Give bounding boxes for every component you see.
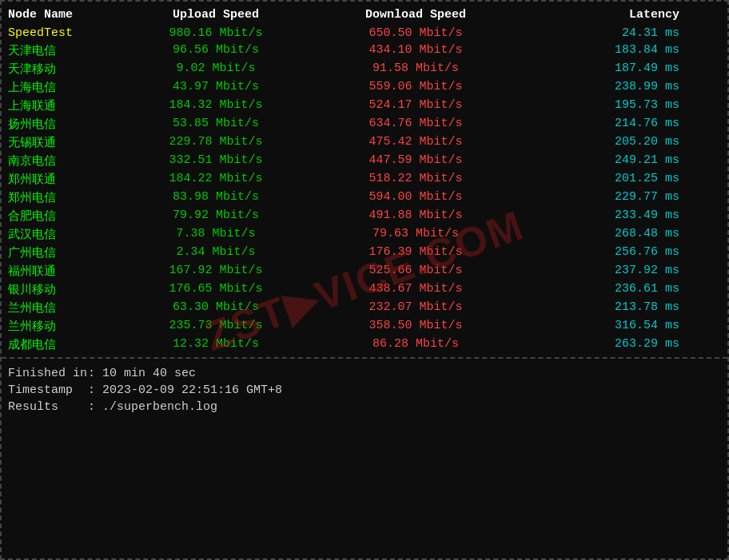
table-row: 上海联通 184.32 Mbit/s 524.17 Mbit/s 195.73 … bbox=[8, 97, 721, 115]
upload-speed: 63.30 Mbit/s bbox=[120, 300, 312, 316]
node-name: 福州联通 bbox=[8, 264, 120, 279]
download-speed: 634.76 Mbit/s bbox=[312, 117, 520, 132]
latency-value: 213.78 ms bbox=[520, 300, 679, 316]
node-name: 武汉电信 bbox=[8, 227, 120, 242]
latency-value: 187.49 ms bbox=[520, 62, 679, 77]
node-name: 兰州移动 bbox=[8, 319, 120, 334]
latency-value: 238.99 ms bbox=[520, 80, 679, 95]
table-row: 扬州电信 53.85 Mbit/s 634.76 Mbit/s 214.76 m… bbox=[8, 115, 721, 133]
download-speed: 447.59 Mbit/s bbox=[312, 153, 520, 169]
latency-value: 201.25 ms bbox=[520, 172, 679, 187]
download-speed: 594.00 Mbit/s bbox=[312, 190, 520, 205]
download-speed: 524.17 Mbit/s bbox=[312, 98, 520, 113]
node-name: 银川移动 bbox=[8, 282, 120, 297]
upload-speed: 332.51 Mbit/s bbox=[120, 153, 312, 169]
table-row: 天津电信 96.56 Mbit/s 434.10 Mbit/s 183.84 m… bbox=[8, 42, 721, 60]
node-name: 郑州联通 bbox=[8, 172, 120, 187]
latency-value: 229.77 ms bbox=[520, 190, 679, 205]
table-row: 兰州电信 63.30 Mbit/s 232.07 Mbit/s 213.78 m… bbox=[8, 299, 721, 317]
download-speed: 358.50 Mbit/s bbox=[312, 319, 520, 334]
download-speed: 475.42 Mbit/s bbox=[312, 135, 520, 150]
upload-speed: 9.02 Mbit/s bbox=[120, 62, 312, 77]
latency-value: 236.61 ms bbox=[520, 282, 679, 297]
table-row: 上海电信 43.97 Mbit/s 559.06 Mbit/s 238.99 m… bbox=[8, 78, 721, 97]
table-row: 武汉电信 7.38 Mbit/s 79.63 Mbit/s 268.48 ms bbox=[8, 225, 721, 244]
download-speed: 91.58 Mbit/s bbox=[312, 62, 520, 77]
node-name: 合肥电信 bbox=[8, 209, 120, 224]
speed-test-table: Node Name Upload Speed Download Speed La… bbox=[2, 2, 727, 359]
latency-value: 214.76 ms bbox=[520, 117, 679, 132]
upload-speed: 184.22 Mbit/s bbox=[120, 172, 312, 187]
footer: Finished in : 10 min 40 sec Timestamp : … bbox=[2, 359, 727, 422]
table-row: 福州联通 167.92 Mbit/s 525.66 Mbit/s 237.92 … bbox=[8, 262, 721, 280]
upload-speed: 980.16 Mbit/s bbox=[120, 26, 312, 40]
footer-finished-value: : 10 min 40 sec bbox=[88, 367, 196, 380]
node-name: 天津移动 bbox=[8, 62, 120, 77]
download-speed: 518.22 Mbit/s bbox=[312, 172, 520, 187]
node-name: 天津电信 bbox=[8, 43, 120, 58]
latency-value: 268.48 ms bbox=[520, 227, 679, 242]
upload-speed: 83.98 Mbit/s bbox=[120, 190, 312, 205]
download-speed: 79.63 Mbit/s bbox=[312, 227, 520, 242]
latency-value: 256.76 ms bbox=[520, 245, 679, 260]
footer-timestamp-label: Timestamp bbox=[8, 383, 88, 397]
footer-finished-label: Finished in bbox=[8, 367, 88, 380]
header-node: Node Name bbox=[8, 8, 120, 22]
upload-speed: 12.32 Mbit/s bbox=[120, 337, 312, 352]
download-speed: 491.88 Mbit/s bbox=[312, 209, 520, 224]
upload-speed: 79.92 Mbit/s bbox=[120, 209, 312, 224]
upload-speed: 176.65 Mbit/s bbox=[120, 282, 312, 297]
table-row: 南京电信 332.51 Mbit/s 447.59 Mbit/s 249.21 … bbox=[8, 152, 721, 170]
node-name: 成都电信 bbox=[8, 337, 120, 352]
upload-speed: 2.34 Mbit/s bbox=[120, 245, 312, 260]
latency-value: 263.29 ms bbox=[520, 337, 679, 352]
node-name: 扬州电信 bbox=[8, 117, 120, 132]
download-speed: 438.67 Mbit/s bbox=[312, 282, 520, 297]
upload-speed: 43.97 Mbit/s bbox=[120, 80, 312, 95]
node-name: 广州电信 bbox=[8, 245, 120, 260]
latency-value: 233.49 ms bbox=[520, 209, 679, 224]
table-row: SpeedTest 980.16 Mbit/s 650.50 Mbit/s 24… bbox=[8, 25, 721, 42]
footer-results-row: Results : ./superbench.log bbox=[8, 399, 721, 415]
footer-finished-row: Finished in : 10 min 40 sec bbox=[8, 365, 721, 382]
upload-speed: 235.73 Mbit/s bbox=[120, 319, 312, 334]
table-row: 广州电信 2.34 Mbit/s 176.39 Mbit/s 256.76 ms bbox=[8, 244, 721, 262]
latency-value: 237.92 ms bbox=[520, 264, 679, 279]
header-latency: Latency bbox=[520, 8, 679, 22]
footer-timestamp-value: : 2023-02-09 22:51:16 GMT+8 bbox=[88, 383, 282, 397]
latency-value: 183.84 ms bbox=[520, 43, 679, 58]
latency-value: 205.20 ms bbox=[520, 135, 679, 150]
node-name: 南京电信 bbox=[8, 153, 120, 169]
node-name: 上海电信 bbox=[8, 80, 120, 95]
table-row: 成都电信 12.32 Mbit/s 86.28 Mbit/s 263.29 ms bbox=[8, 336, 721, 354]
download-speed: 525.66 Mbit/s bbox=[312, 264, 520, 279]
node-name: 兰州电信 bbox=[8, 300, 120, 316]
upload-speed: 53.85 Mbit/s bbox=[120, 117, 312, 132]
table-row: 合肥电信 79.92 Mbit/s 491.88 Mbit/s 233.49 m… bbox=[8, 207, 721, 225]
latency-value: 24.31 ms bbox=[520, 26, 679, 40]
download-speed: 559.06 Mbit/s bbox=[312, 80, 520, 95]
node-name: 上海联通 bbox=[8, 98, 120, 113]
latency-value: 195.73 ms bbox=[520, 98, 679, 113]
footer-results-label: Results bbox=[8, 400, 88, 414]
upload-speed: 7.38 Mbit/s bbox=[120, 227, 312, 242]
upload-speed: 96.56 Mbit/s bbox=[120, 43, 312, 58]
latency-value: 316.54 ms bbox=[520, 319, 679, 334]
download-speed: 86.28 Mbit/s bbox=[312, 337, 520, 352]
download-speed: 650.50 Mbit/s bbox=[312, 26, 520, 40]
header-upload: Upload Speed bbox=[120, 8, 312, 22]
download-speed: 434.10 Mbit/s bbox=[312, 43, 520, 58]
download-speed: 232.07 Mbit/s bbox=[312, 300, 520, 316]
upload-speed: 184.32 Mbit/s bbox=[120, 98, 312, 113]
upload-speed: 229.78 Mbit/s bbox=[120, 135, 312, 150]
latency-value: 249.21 ms bbox=[520, 153, 679, 169]
footer-results-value: : ./superbench.log bbox=[88, 400, 217, 414]
footer-timestamp-row: Timestamp : 2023-02-09 22:51:16 GMT+8 bbox=[8, 382, 721, 399]
table-header: Node Name Upload Speed Download Speed La… bbox=[8, 5, 721, 25]
table-row: 天津移动 9.02 Mbit/s 91.58 Mbit/s 187.49 ms bbox=[8, 60, 721, 78]
table-row: 无锡联通 229.78 Mbit/s 475.42 Mbit/s 205.20 … bbox=[8, 133, 721, 152]
table-row: 郑州电信 83.98 Mbit/s 594.00 Mbit/s 229.77 m… bbox=[8, 189, 721, 207]
main-container: ZST▶VICE.COM Node Name Upload Speed Down… bbox=[0, 0, 729, 560]
table-row: 兰州移动 235.73 Mbit/s 358.50 Mbit/s 316.54 … bbox=[8, 317, 721, 336]
download-speed: 176.39 Mbit/s bbox=[312, 245, 520, 260]
